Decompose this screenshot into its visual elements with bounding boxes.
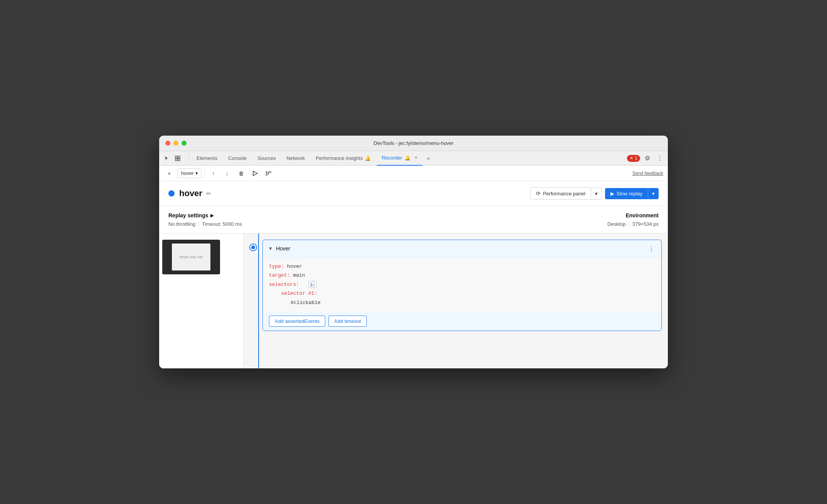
replay-settings-title[interactable]: Replay settings ▶ xyxy=(168,212,607,218)
timeout-label: Timeout: 5000 ms xyxy=(202,221,242,227)
delete-button[interactable]: 🗑 xyxy=(236,168,247,179)
code-selector-val-line: #clickable xyxy=(269,298,655,307)
selector-type-button[interactable] xyxy=(308,281,317,288)
collapse-icon: ▼ xyxy=(268,246,273,251)
tab-performance-insights[interactable]: Performance insights 🔔 xyxy=(311,151,375,166)
code-selector-num-line: selector #1: xyxy=(269,289,655,298)
play-icon: ▶ xyxy=(610,191,614,197)
step-row: ▼ Hover ⋮ type: hover ta xyxy=(250,240,662,331)
settings-info: No throttling Timeout: 5000 ms xyxy=(168,221,607,227)
tab-sources[interactable]: Sources xyxy=(253,151,281,166)
steps-area: Hover over me! ▼ Hover xyxy=(159,234,668,368)
svg-marker-6 xyxy=(266,171,269,175)
export-button[interactable]: ↑ xyxy=(208,168,219,179)
replay-step-button[interactable] xyxy=(264,168,274,179)
edit-name-icon[interactable]: ✏ xyxy=(206,190,211,197)
perf-panel-refresh-icon: ⟳ xyxy=(536,190,541,197)
tab-elements[interactable]: Elements xyxy=(192,151,222,166)
tab-recorder[interactable]: Recorder 🔔 ✕ xyxy=(377,151,422,166)
settings-expand-icon: ▶ xyxy=(210,213,213,218)
settings-button[interactable]: ⚙ xyxy=(642,153,652,163)
step-header[interactable]: ▼ Hover ⋮ xyxy=(263,240,661,257)
cursor-icon[interactable] xyxy=(162,154,171,163)
environment-label: Environment xyxy=(607,212,659,218)
step-actions: Add assertedEvents Add timeout xyxy=(263,312,661,331)
slow-replay-button[interactable]: ▶ Slow replay xyxy=(605,188,648,199)
toolbar-divider xyxy=(205,170,205,177)
window-title: DevTools - jec.fyi/demo/menu-hover xyxy=(373,140,453,146)
env-divider xyxy=(629,221,629,227)
header-actions: ⟳ Performance panel ▾ ▶ Slow replay ▾ xyxy=(530,187,659,200)
svg-rect-2 xyxy=(175,159,177,161)
desktop-label: Desktop xyxy=(607,221,626,227)
thumbnail-inner: Hover over me! xyxy=(172,244,210,270)
devtools-window: DevTools - jec.fyi/demo/menu-hover Eleme… xyxy=(159,136,668,368)
tab-close-icon[interactable]: ✕ xyxy=(414,155,418,160)
recorder-warning-icon: 🔔 xyxy=(405,155,410,161)
tab-bar-icons xyxy=(162,154,182,163)
svg-rect-3 xyxy=(178,159,180,161)
settings-right: Environment Desktop 379×534 px xyxy=(607,212,659,227)
import-button[interactable]: ↓ xyxy=(222,168,233,179)
close-button[interactable] xyxy=(165,141,170,146)
thumbnail-image: Hover over me! xyxy=(162,240,220,274)
recording-header: hover ✏ ⟳ Performance panel ▾ ▶ Slow rep… xyxy=(159,181,668,206)
svg-marker-4 xyxy=(253,171,257,176)
add-timeout-button[interactable]: Add timeout xyxy=(328,316,366,327)
thumbnail-text: Hover over me! xyxy=(179,255,203,259)
code-target-line: target: main xyxy=(269,271,655,280)
tab-bar: Elements Console Sources Network Perform… xyxy=(159,151,668,166)
settings-divider xyxy=(198,221,199,227)
step-content: ▼ Hover ⋮ type: hover ta xyxy=(262,240,662,331)
perf-warning-icon: 🔔 xyxy=(365,156,371,161)
recording-selector[interactable]: hover ▾ xyxy=(178,168,202,178)
svg-rect-0 xyxy=(175,156,177,158)
error-x-icon: ✕ xyxy=(630,156,633,161)
title-bar: DevTools - jec.fyi/demo/menu-hover xyxy=(159,136,668,151)
performance-panel-button[interactable]: ⟳ Performance panel xyxy=(530,187,591,200)
code-type-line: type: hover xyxy=(269,262,655,271)
env-info: Desktop 379×534 px xyxy=(607,221,659,227)
code-selectors-line: selectors: xyxy=(269,280,655,289)
steps-sidebar: Hover over me! xyxy=(159,234,244,368)
send-feedback-link[interactable]: Send feedback xyxy=(632,171,663,176)
recording-status-dot xyxy=(168,190,175,197)
step-thumbnail[interactable]: Hover over me! xyxy=(159,237,244,277)
tab-network[interactable]: Network xyxy=(282,151,310,166)
svg-rect-1 xyxy=(178,156,180,158)
add-recording-button[interactable]: + xyxy=(164,168,175,179)
dropdown-icon: ▾ xyxy=(195,170,198,176)
tab-more-button[interactable]: » xyxy=(424,155,433,161)
throttling-label: No throttling xyxy=(168,221,195,227)
settings-left: Replay settings ▶ No throttling Timeout:… xyxy=(168,212,607,227)
tab-divider xyxy=(188,155,189,162)
tab-console[interactable]: Console xyxy=(224,151,251,166)
more-options-button[interactable]: ⋮ xyxy=(655,153,665,163)
recording-name: hover xyxy=(179,188,202,198)
minimize-button[interactable] xyxy=(173,141,178,146)
error-badge[interactable]: ✕ 1 xyxy=(627,155,640,162)
main-content: hover ✏ ⟳ Performance panel ▾ ▶ Slow rep… xyxy=(159,181,668,368)
add-asserted-events-button[interactable]: Add assertedEvents xyxy=(269,316,325,327)
step-label: Hover xyxy=(276,245,290,252)
step-more-button[interactable]: ⋮ xyxy=(647,244,656,253)
step-code: type: hover target: main selectors: xyxy=(263,257,661,312)
slow-replay-dropdown[interactable]: ▾ xyxy=(648,188,659,199)
fullscreen-button[interactable] xyxy=(182,141,187,146)
viewport-label: 379×534 px xyxy=(632,221,659,227)
traffic-lights xyxy=(165,141,187,146)
steps-main: ▼ Hover ⋮ type: hover ta xyxy=(244,234,668,368)
step-dot xyxy=(250,244,256,250)
toolbar: + hover ▾ ↑ ↓ 🗑 Send feedback xyxy=(159,166,668,181)
performance-panel-dropdown[interactable]: ▾ xyxy=(591,188,602,200)
replay-button[interactable] xyxy=(250,168,261,179)
inspect-icon[interactable] xyxy=(173,154,182,163)
tab-actions: ✕ 1 ⚙ ⋮ xyxy=(627,153,665,163)
settings-section: Replay settings ▶ No throttling Timeout:… xyxy=(159,206,668,234)
